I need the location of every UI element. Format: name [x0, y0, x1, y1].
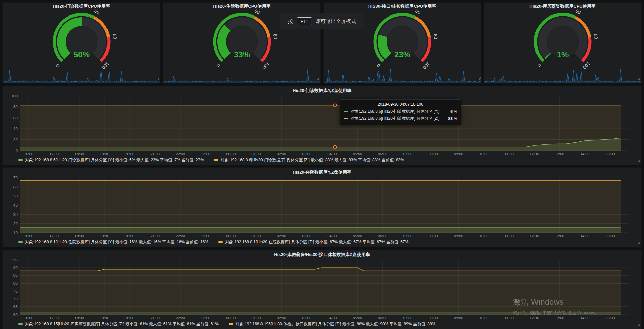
x-axis-label: 05:00 [353, 234, 362, 238]
series-color-swatch [18, 241, 23, 243]
panel-title[interactable]: His20-门诊数据库CPU使用率 [3, 3, 160, 10]
graph-tooltip: 2018-09-30 04:07:16.106对象:192.168.8.6[Hi… [340, 99, 461, 125]
x-axis-label: 10:00 [479, 234, 489, 238]
x-axis-label: 01:00 [252, 316, 261, 320]
x-axis-label: 17:00 [49, 234, 59, 238]
chart-canvas [20, 96, 629, 151]
panel-resize-handle[interactable] [479, 81, 480, 81]
x-axis-label: 06:00 [378, 316, 388, 320]
x-axis-label: 18:00 [74, 316, 84, 320]
x-axis-label: 16:00 [24, 234, 33, 238]
x-axis-label: 07:00 [403, 234, 413, 238]
panel-resize-handle[interactable] [158, 81, 159, 81]
hover-point-marker [333, 145, 337, 149]
gauge-scale-label: 0 [55, 63, 60, 68]
legend-item[interactable]: 对象:192.168.8.1[His20-住院数据库] 具体分区 [Y:] 最小… [18, 239, 208, 245]
gauge-scale-label: 100 [421, 61, 431, 70]
gauge-value-label: 23% [394, 50, 410, 59]
legend-item[interactable]: 对象:192.168.8.15[His20-库房薪资数据库] 具体分区 [Z:]… [18, 321, 219, 327]
y-axis-label: 20 [13, 138, 18, 142]
x-axis-label: 00:00 [226, 234, 236, 238]
f11-keycap: F11 [297, 17, 312, 25]
y-axis-label: 90 [13, 266, 18, 270]
x-axis-label: 04:00 [328, 234, 337, 238]
x-axis-label: 13:00 [555, 316, 564, 320]
chart-panel-kufang-disk: His20-库房薪资/His30-接口体检数据库Z盘使用率 6065707580… [2, 250, 642, 329]
notice-prefix: 按 [288, 18, 293, 25]
x-axis-label: 18:00 [74, 152, 84, 156]
y-axis-label: 85 [13, 273, 18, 277]
x-axis-label: 19:00 [100, 316, 109, 320]
fullscreen-exit-notice: 按 F11 即可退出全屏模式 [280, 13, 364, 29]
x-axis-label: 17:00 [49, 316, 59, 320]
tooltip-timestamp: 2018-09-30 04:07:16.106 [344, 102, 457, 107]
gauge-scale-label: 80 [593, 33, 599, 39]
x-axis-label: 22:00 [176, 316, 185, 320]
x-axis-label: 10:00 [479, 316, 489, 320]
gauge-panel-kufang: His20-库房薪资数据库CPU使用率 060801001% [484, 2, 642, 83]
x-axis-label: 11:00 [504, 316, 514, 320]
legend-item[interactable]: 对象:192.168.8.196[His30-体检、接口数据库] 具体分区 [Z… [229, 321, 436, 327]
x-axis-label: 02:00 [277, 152, 286, 156]
x-axis-label: 07:00 [403, 152, 413, 156]
x-axis-label: 21:00 [150, 316, 160, 320]
series-color-swatch [344, 111, 348, 112]
tooltip-series-row: 对象:192.168.8.6[His20-门诊数据库] 具体分区 [Z:]:83… [344, 116, 457, 121]
panel-resize-handle[interactable] [639, 245, 640, 245]
chart-canvas [20, 178, 629, 233]
x-axis-label: 20:00 [125, 152, 134, 156]
x-axis-label: 04:00 [328, 152, 337, 156]
y-axis-label: 100 [11, 94, 18, 98]
x-axis-label: 11:00 [504, 152, 514, 156]
x-axis-label: 09:00 [454, 316, 463, 320]
panel-resize-handle[interactable] [639, 327, 640, 327]
chart-panel-zhuyuan-disk: His20-住院数据库Y,Z盘使用率 1020304050607016:0017… [2, 167, 642, 247]
y-axis-label: 40 [13, 203, 18, 207]
x-axis-label: 21:00 [150, 152, 160, 156]
panel-resize-handle[interactable] [639, 163, 640, 163]
x-axis-label: 03:00 [302, 316, 312, 320]
x-axis-label: 03:00 [302, 234, 312, 238]
y-axis-label: 75 [13, 289, 18, 293]
panel-title[interactable]: HIS30-接口/体检数据库CPU使用率 [324, 3, 481, 10]
legend-text: 对象:192.168.8.6[His20-门诊数据库] 具体分区 [Y:] 最小… [25, 157, 204, 163]
x-axis-label: 22:00 [176, 234, 185, 238]
x-axis-label: 14:00 [580, 316, 590, 320]
panel-resize-handle[interactable] [318, 81, 319, 81]
x-axis-label: 01:00 [252, 234, 261, 238]
x-axis-label: 22:00 [176, 152, 185, 156]
x-axis-label: 05:00 [353, 316, 362, 320]
panel-title[interactable]: His20-住院数据库CPU使用率 [163, 3, 320, 10]
x-axis-label: 15:00 [606, 152, 615, 156]
y-axis-label: 60 [13, 116, 18, 120]
chart-plot[interactable]: 1020304050607016:0017:0018:0019:0020:002… [20, 178, 629, 233]
chart-legend: 对象:192.168.8.6[His20-门诊数据库] 具体分区 [Y:] 最小… [18, 157, 639, 163]
gauge-value-label: 1% [557, 50, 569, 59]
legend-item[interactable]: 对象:192.168.8.6[His20-门诊数据库] 具体分区 [Y:] 最小… [18, 157, 204, 163]
series-color-swatch [18, 323, 23, 325]
legend-item[interactable]: 对象:192.168.8.1[His20-住院数据库] 具体分区 [Z:] 最小… [218, 239, 408, 245]
panel-title[interactable]: His20-门诊数据库Y,Z盘使用率 [5, 87, 639, 94]
chart-plot[interactable]: 606570758085909516:0017:0018:0019:0020:0… [20, 260, 629, 315]
y-axis-label: 40 [13, 127, 18, 131]
panel-resize-handle[interactable] [639, 81, 640, 81]
chart-canvas [20, 260, 629, 315]
grafana-dashboard: His20-门诊数据库CPU使用率 0608010050% His20-住院数据… [0, 0, 644, 329]
x-axis-label: 04:00 [328, 316, 337, 320]
gauge-scale-label: 80 [112, 33, 118, 39]
panel-title[interactable]: His20-住院数据库Y,Z盘使用率 [5, 169, 639, 176]
x-axis-label: 08:00 [429, 152, 438, 156]
legend-item[interactable]: 对象:192.168.8.6[His20-门诊数据库] 具体分区 [Z:] 最小… [214, 157, 404, 163]
x-axis-label: 14:00 [580, 152, 590, 156]
x-axis-label: 00:00 [226, 316, 236, 320]
panel-title[interactable]: His20-库房薪资/His30-接口体检数据库Z盘使用率 [5, 251, 639, 258]
x-axis-label: 23:00 [201, 316, 210, 320]
gauge-scale-label: 0 [375, 63, 381, 68]
x-axis-label: 21:00 [150, 234, 160, 238]
gauge-canvas: 060801001% [522, 9, 603, 70]
gauge-value-label: 33% [234, 50, 250, 59]
chart-plot[interactable]: 02040608010016:0017:0018:0019:0020:0021:… [20, 96, 629, 151]
gauge-value-label: 50% [73, 50, 89, 59]
panel-title[interactable]: His20-库房薪资数据库CPU使用率 [484, 3, 641, 10]
y-axis-label: 20 [13, 222, 18, 226]
